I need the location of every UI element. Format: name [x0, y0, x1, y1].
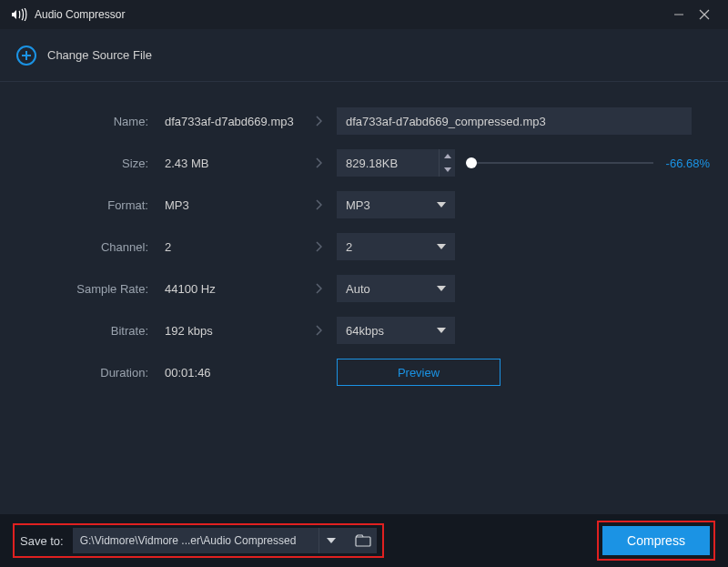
compress-button[interactable]: Compress [602, 526, 710, 555]
plus-icon [16, 46, 36, 66]
compress-button-wrap: Compress [597, 521, 715, 561]
label-name: Name: [18, 115, 159, 128]
row-format: Format: MP3 MP3 [18, 191, 710, 218]
sample-rate-select-value: Auto [346, 282, 437, 296]
settings-form: Name: dfa733af-d7abd669.mp3 Size: 2.43 M… [0, 82, 728, 386]
chevron-right-icon [300, 241, 337, 252]
label-channel: Channel: [18, 240, 159, 254]
save-to-label: Save to: [20, 534, 64, 548]
minimize-button[interactable] [666, 2, 692, 27]
chevron-right-icon [300, 325, 337, 336]
svg-rect-5 [356, 537, 370, 546]
label-bitrate: Bitrate: [18, 324, 159, 338]
row-duration: Duration: 00:01:46 Preview [18, 359, 710, 386]
channel-select[interactable]: 2 [337, 233, 455, 260]
label-size: Size: [18, 157, 159, 170]
output-name-input[interactable] [337, 107, 692, 135]
save-path-dropdown[interactable] [318, 528, 344, 553]
channel-select-value: 2 [346, 240, 437, 254]
original-sample-rate: 44100 Hz [159, 282, 300, 296]
bitrate-select[interactable]: 64kbps [337, 317, 455, 344]
chevron-right-icon [300, 199, 337, 210]
label-format: Format: [18, 198, 159, 212]
row-sample-rate: Sample Rate: 44100 Hz Auto [18, 275, 710, 302]
output-size-value: 829.18KB [337, 157, 439, 170]
save-path-control: G:\Vidmore\Vidmore ...er\Audio Compresse… [73, 528, 377, 553]
row-bitrate: Bitrate: 192 kbps 64kbps [18, 317, 710, 344]
size-slider-wrap: -66.68% [468, 157, 710, 170]
label-duration: Duration: [18, 366, 159, 380]
format-select[interactable]: MP3 [337, 191, 455, 218]
row-name: Name: dfa733af-d7abd669.mp3 [18, 107, 710, 135]
original-bitrate: 192 kbps [159, 324, 300, 338]
chevron-right-icon [300, 157, 337, 168]
change-source-label: Change Source File [47, 48, 152, 62]
window-title: Audio Compressor [35, 8, 666, 21]
chevron-down-icon [437, 202, 446, 208]
original-channel: 2 [159, 240, 300, 254]
save-path-text: G:\Vidmore\Vidmore ...er\Audio Compresse… [73, 534, 318, 547]
original-name: dfa733af-d7abd669.mp3 [159, 115, 300, 128]
bitrate-select-value: 64kbps [346, 324, 437, 338]
row-size: Size: 2.43 MB 829.18KB -66.68% [18, 149, 710, 177]
slider-thumb[interactable] [466, 157, 477, 168]
footer: Save to: G:\Vidmore\Vidmore ...er\Audio … [0, 514, 728, 567]
size-slider[interactable] [468, 162, 653, 164]
app-icon [11, 6, 27, 23]
original-duration: 00:01:46 [159, 366, 300, 380]
size-reduction-value: -66.68% [661, 157, 710, 170]
chevron-right-icon [300, 116, 337, 127]
size-increase-button[interactable] [440, 149, 455, 163]
original-format: MP3 [159, 198, 300, 212]
chevron-right-icon [300, 283, 337, 294]
chevron-down-icon [437, 328, 446, 333]
size-decrease-button[interactable] [440, 163, 455, 177]
chevron-down-icon [437, 244, 446, 249]
change-source-row[interactable]: Change Source File [0, 29, 728, 82]
titlebar: Audio Compressor [0, 0, 728, 29]
format-select-value: MP3 [346, 198, 437, 212]
close-button[interactable] [692, 2, 717, 27]
browse-folder-button[interactable] [349, 528, 377, 553]
row-channel: Channel: 2 2 [18, 233, 710, 260]
original-size: 2.43 MB [159, 157, 300, 170]
output-size-spinner[interactable]: 829.18KB [337, 149, 455, 177]
save-to-group: Save to: G:\Vidmore\Vidmore ...er\Audio … [13, 523, 384, 558]
sample-rate-select[interactable]: Auto [337, 275, 455, 302]
preview-button[interactable]: Preview [337, 359, 500, 386]
chevron-down-icon [437, 286, 446, 291]
label-sample-rate: Sample Rate: [18, 282, 159, 296]
